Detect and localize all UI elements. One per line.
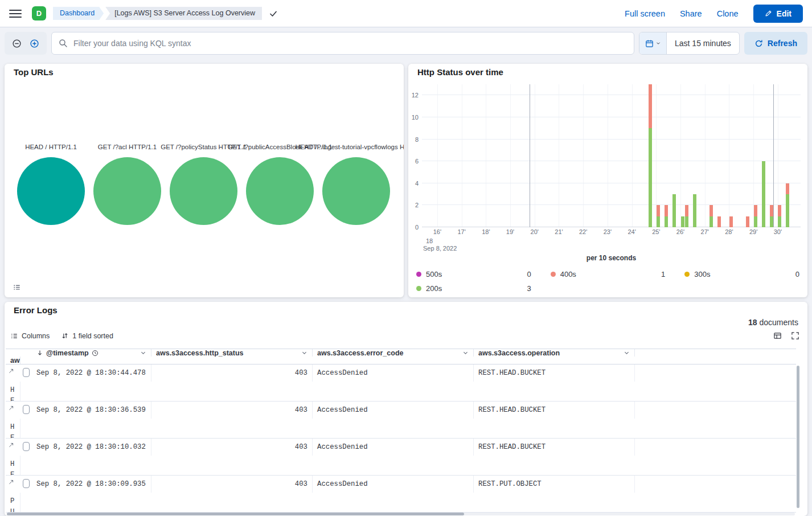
display-options-icon[interactable] — [773, 331, 782, 340]
column-header-operation[interactable]: aws.s3access.operation — [474, 349, 635, 357]
edit-button[interactable]: Edit — [753, 5, 803, 23]
share-link[interactable]: Share — [680, 9, 702, 18]
expand-row-button[interactable] — [6, 365, 20, 382]
cell-http_status[interactable]: 403 — [151, 439, 313, 456]
panel-title-error-logs[interactable]: Error Logs — [14, 305, 58, 315]
cell-timestamp[interactable]: Sep 8, 2022 @ 18:30:36.539 — [32, 402, 151, 419]
cell-timestamp[interactable]: Sep 8, 2022 @ 18:30:44.478 — [32, 365, 151, 382]
bar-400s[interactable] — [786, 183, 789, 194]
pie-chart[interactable]: GET /?acl HTTP/1.1 — [93, 144, 161, 225]
breadcrumb-current-page[interactable]: [Logs AWS] S3 Server Access Log Overview — [105, 7, 262, 20]
legend-item-200s[interactable]: 200s3 — [416, 284, 531, 293]
legend-item-300s[interactable]: 300s0 — [684, 270, 799, 279]
bar-400s[interactable] — [649, 84, 652, 128]
pie-chart[interactable]: GET /?publicAccessBlock HTTP/1.1 — [246, 144, 314, 225]
cell-request_uri[interactable]: HEAD / HTTP/1.1 — [6, 419, 20, 438]
circle-plus-icon[interactable] — [30, 39, 39, 48]
cell-error_code[interactable]: AccessDenied — [313, 476, 474, 493]
vertical-scrollbar[interactable] — [797, 366, 799, 508]
horizontal-scrollbar[interactable] — [7, 513, 795, 515]
row-checkbox[interactable] — [20, 439, 32, 456]
column-menu-chevron-icon[interactable] — [301, 350, 307, 356]
panel-title-top-urls[interactable]: Top URLs — [14, 67, 54, 77]
refresh-button[interactable]: Refresh — [744, 32, 807, 55]
bar-200s[interactable] — [770, 216, 773, 227]
column-header-request_uri[interactable]: aws.s3access.request_uri — [6, 357, 20, 364]
bar-200s[interactable] — [685, 216, 688, 227]
column-menu-chevron-icon[interactable] — [624, 350, 630, 356]
date-picker-button[interactable] — [639, 32, 667, 54]
bar-400s[interactable] — [685, 205, 688, 216]
cell-error_code[interactable]: AccessDenied — [313, 439, 474, 456]
bar-400s[interactable] — [717, 216, 721, 227]
cell-request_uri[interactable]: PUT /AWSLogs//vpcflowlogs/us-west-... — [6, 493, 20, 512]
circle-minus-icon[interactable] — [12, 39, 22, 48]
column-header-timestamp[interactable]: @timestamp — [32, 349, 151, 357]
panel-title-http-status[interactable]: Http Status over time — [417, 67, 503, 77]
pie-slice[interactable] — [93, 157, 161, 225]
bar-200s[interactable] — [762, 161, 765, 227]
bar-400s[interactable] — [710, 205, 713, 216]
cell-operation[interactable]: REST.HEAD.BUCKET — [474, 402, 635, 419]
bar-200s[interactable] — [786, 194, 789, 227]
bar-200s[interactable] — [754, 216, 757, 227]
pie-chart[interactable]: HEAD / HTTP/1.1 — [17, 144, 85, 225]
columns-button[interactable]: Columns — [10, 332, 50, 340]
kql-input[interactable] — [52, 32, 634, 54]
full-screen-link[interactable]: Full screen — [625, 9, 665, 18]
bar-200s[interactable] — [672, 194, 676, 227]
cell-operation[interactable]: REST.HEAD.BUCKET — [474, 365, 635, 382]
legend-toggle-icon[interactable] — [13, 283, 21, 292]
bar-400s[interactable] — [665, 205, 668, 216]
pie-slice[interactable] — [170, 157, 237, 225]
cell-http_status[interactable]: 403 — [151, 365, 313, 382]
cell-http_status[interactable]: 403 — [151, 476, 313, 493]
column-header-http_status[interactable]: aws.s3access.http_status — [151, 349, 313, 357]
cell-http_status[interactable]: 403 — [151, 402, 313, 419]
bar-200s[interactable] — [649, 128, 652, 227]
breadcrumb-dashboard[interactable]: Dashboard — [53, 7, 104, 20]
clone-link[interactable]: Clone — [717, 9, 739, 18]
pie-slice[interactable] — [246, 157, 314, 225]
cell-timestamp[interactable]: Sep 8, 2022 @ 18:30:10.032 — [32, 439, 151, 456]
bar-400s[interactable] — [770, 205, 773, 216]
bar-200s[interactable] — [693, 194, 696, 227]
pie-chart[interactable]: HEAD /...ingest-tutorial-vpcflowlogs HTT… — [322, 144, 390, 225]
row-checkbox[interactable] — [20, 402, 32, 419]
bar-400s[interactable] — [746, 216, 749, 227]
cell-error_code[interactable]: AccessDenied — [313, 402, 474, 419]
time-range-display[interactable]: Last 15 minutes — [667, 39, 739, 48]
horizontal-scrollbar-thumb[interactable] — [7, 513, 464, 515]
bar-400s[interactable] — [729, 216, 733, 227]
pie-chart[interactable]: GET /?policyStatus HTTP/1.1 — [170, 144, 237, 225]
cell-operation[interactable]: REST.PUT.OBJECT — [474, 476, 635, 493]
sort-fields-button[interactable]: 1 field sorted — [61, 332, 113, 340]
bar-400s[interactable] — [754, 205, 757, 216]
pie-slice[interactable] — [17, 157, 85, 225]
row-checkbox[interactable] — [20, 476, 32, 493]
column-header-error_code[interactable]: aws.s3access.error_code — [313, 349, 474, 357]
bar-400s[interactable] — [657, 205, 660, 216]
column-menu-chevron-icon[interactable] — [462, 350, 469, 356]
bar-200s[interactable] — [681, 216, 684, 227]
bar-200s[interactable] — [665, 216, 668, 227]
space-avatar[interactable]: D — [32, 6, 46, 21]
bar-200s[interactable] — [710, 216, 713, 227]
cell-operation[interactable]: REST.HEAD.BUCKET — [474, 439, 635, 456]
cell-timestamp[interactable]: Sep 8, 2022 @ 18:30:09.935 — [32, 476, 151, 493]
expand-row-button[interactable] — [6, 439, 20, 456]
cell-request_uri[interactable]: HEAD / HTTP/1.1 — [6, 382, 20, 401]
bar-200s[interactable] — [778, 216, 781, 227]
legend-item-400s[interactable]: 400s1 — [551, 270, 666, 279]
column-menu-chevron-icon[interactable] — [140, 350, 146, 356]
cell-error_code[interactable]: AccessDenied — [313, 365, 474, 382]
fullscreen-grid-icon[interactable] — [791, 331, 799, 340]
legend-item-500s[interactable]: 500s0 — [416, 270, 531, 279]
cell-request_uri[interactable]: HEAD / HTTP/1.1 — [6, 456, 20, 475]
menu-icon[interactable] — [9, 10, 22, 18]
pie-slice[interactable] — [322, 157, 390, 225]
bar-200s[interactable] — [657, 216, 660, 227]
expand-row-button[interactable] — [6, 402, 20, 419]
expand-row-button[interactable] — [6, 476, 20, 493]
bar-400s[interactable] — [778, 205, 781, 216]
